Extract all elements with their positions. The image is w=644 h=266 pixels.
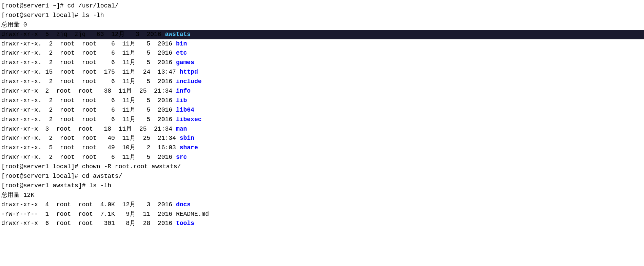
terminal-line-cmd4: [root@server1 local]# cd awstats/ <box>0 172 644 181</box>
file-name: src <box>172 154 187 160</box>
file-name: games <box>172 59 194 66</box>
file-meta: drwxr-xr-x 4 root root 4.0K 12月 3 2016 <box>1 201 172 208</box>
terminal-line-row11: drwxr-xr-x 3 root root 18 11月 25 21:34 m… <box>0 125 644 134</box>
terminal-line-row7: drwxr-xr-x 2 root root 38 11月 25 21:34 i… <box>0 87 644 96</box>
file-name: tools <box>172 220 194 227</box>
file-name: etc <box>172 50 187 56</box>
terminal-line-row17: drwxr-xr-x 6 root root 301 8月 28 2016 to… <box>0 219 644 228</box>
file-name: bin <box>172 40 187 47</box>
file-name: lib <box>172 97 187 104</box>
terminal-line-row5: drwxr-xr-x. 15 root root 175 11月 24 13:4… <box>0 68 644 77</box>
terminal-line-row8: drwxr-xr-x. 2 root root 6 11月 5 2016 lib <box>0 96 644 106</box>
file-meta: drwxr-xr-x. 2 root root 6 11月 5 2016 <box>1 97 172 104</box>
file-meta: drwxr-xr-x 2 root root 38 11月 25 21:34 <box>1 88 172 94</box>
file-name: awstats <box>161 31 191 38</box>
file-name: share <box>176 144 198 151</box>
terminal-window: [root@server1 ~]# cd /usr/local/[root@se… <box>0 0 644 230</box>
terminal-line-row4: drwxr-xr-x. 2 root root 6 11月 5 2016 gam… <box>0 58 644 68</box>
terminal-line-row6: drwxr-xr-x. 2 root root 6 11月 5 2016 inc… <box>0 77 644 87</box>
file-meta: drwxr-xr-x. 2 root root 6 11月 5 2016 <box>1 40 172 47</box>
file-name: README.md <box>172 211 209 217</box>
terminal-line-row9: drwxr-xr-x. 2 root root 6 11月 5 2016 lib… <box>0 106 644 115</box>
terminal-line-row1: drwxr-xr-x 5 zjq zjq 63 12月 3 2016 awsta… <box>0 30 644 39</box>
terminal-line-row14: drwxr-xr-x. 2 root root 6 11月 5 2016 src <box>0 153 644 162</box>
terminal-line-row10: drwxr-xr-x. 2 root root 6 11月 5 2016 lib… <box>0 115 644 125</box>
file-meta: drwxr-xr-x. 2 root root 6 11月 5 2016 <box>1 50 172 56</box>
terminal-line-row3: drwxr-xr-x. 2 root root 6 11月 5 2016 etc <box>0 49 644 58</box>
file-meta: drwxr-xr-x 3 root root 18 11月 25 21:34 <box>1 126 172 132</box>
terminal-line-cmd1: [root@server1 ~]# cd /usr/local/ <box>0 1 644 11</box>
file-meta: drwxr-xr-x. 2 root root 6 11月 5 2016 <box>1 116 172 123</box>
terminal-line-total1: 总用量 0 <box>0 20 644 30</box>
file-name: libexec <box>172 116 201 123</box>
terminal-line-cmd5: [root@server1 awstats]# ls -lh <box>0 181 644 191</box>
terminal-line-row16: -rw-r--r-- 1 root root 7.1K 9月 11 2016 R… <box>0 210 644 219</box>
file-name: lib64 <box>172 107 194 113</box>
terminal-line-row13: drwxr-xr-x. 5 root root 49 10月 2 16:03 s… <box>0 143 644 153</box>
file-meta: drwxr-xr-x. 2 root root 6 11月 5 2016 <box>1 154 172 160</box>
file-meta: drwxr-xr-x. 2 root root 6 11月 5 2016 <box>1 107 172 113</box>
file-meta: drwxr-xr-x. 15 root root 175 11月 24 13:4… <box>1 69 176 75</box>
terminal-line-cmd3: [root@server1 local]# chown -R root.root… <box>0 162 644 172</box>
terminal-line-total2: 总用量 12K <box>0 191 644 200</box>
file-meta: drwxr-xr-x. 5 root root 49 10月 2 16:03 <box>1 144 176 151</box>
file-meta: drwxr-xr-x. 2 root root 40 11月 25 21:34 <box>1 135 176 141</box>
file-name: info <box>172 88 191 94</box>
terminal-line-row15: drwxr-xr-x 4 root root 4.0K 12月 3 2016 d… <box>0 200 644 210</box>
file-meta: drwxr-xr-x. 2 root root 6 11月 5 2016 <box>1 59 172 66</box>
file-name: docs <box>172 201 191 208</box>
file-meta: drwxr-xr-x 5 zjq zjq 63 12月 3 2016 <box>1 31 161 38</box>
file-name: sbin <box>176 135 194 141</box>
terminal-line-row12: drwxr-xr-x. 2 root root 40 11月 25 21:34 … <box>0 134 644 143</box>
terminal-line-row2: drwxr-xr-x. 2 root root 6 11月 5 2016 bin <box>0 39 644 49</box>
terminal-line-cmd2: [root@server1 local]# ls -lh <box>0 11 644 20</box>
file-meta: -rw-r--r-- 1 root root 7.1K 9月 11 2016 <box>1 211 172 217</box>
file-name: man <box>172 126 187 132</box>
file-meta: drwxr-xr-x. 2 root root 6 11月 5 2016 <box>1 78 172 85</box>
file-meta: drwxr-xr-x 6 root root 301 8月 28 2016 <box>1 220 172 227</box>
file-name: httpd <box>176 69 198 75</box>
file-name: include <box>172 78 201 85</box>
